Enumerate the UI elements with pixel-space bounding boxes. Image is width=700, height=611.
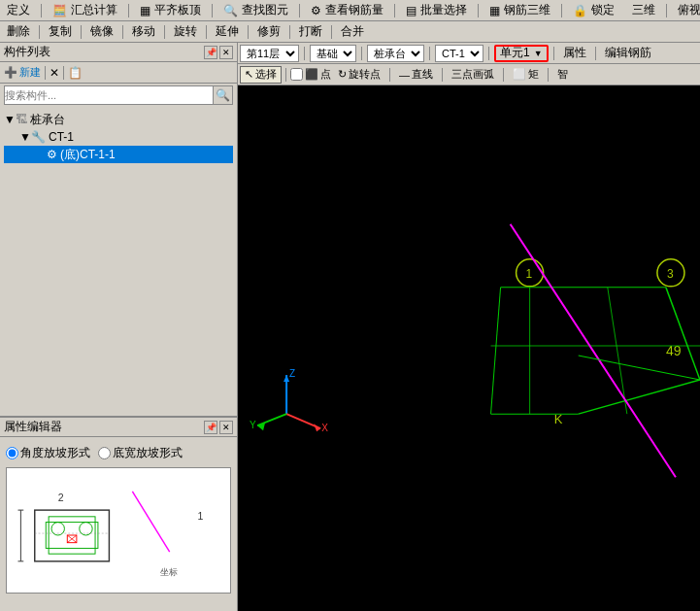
search-button[interactable]: 🔍 xyxy=(213,86,232,104)
radio-angle[interactable]: 角度放坡形式 xyxy=(6,445,90,461)
unit-dropdown-icon: ▼ xyxy=(534,49,543,58)
search-input[interactable] xyxy=(5,87,213,103)
edit-rebar-label: 编辑钢筋 xyxy=(605,45,651,61)
3d-canvas: 1 3 49 K xyxy=(238,85,700,611)
sep8 xyxy=(666,4,667,17)
layer-select[interactable]: 第11层 xyxy=(240,45,299,62)
toolbar-rebar3d[interactable]: ▦ 钢筋三维 xyxy=(486,1,553,19)
toolbar-calc[interactable]: 🧮 汇总计算 xyxy=(50,1,120,19)
arc-button[interactable]: 三点画弧 xyxy=(447,66,499,84)
new-button[interactable]: ➕ 新建 xyxy=(4,65,41,80)
line-label: 直线 xyxy=(412,67,433,82)
svg-text:2: 2 xyxy=(58,492,64,503)
radio-bottom[interactable]: 底宽放坡形式 xyxy=(98,445,183,461)
svg-text:49: 49 xyxy=(666,343,682,358)
second-toolbar: 删除 复制 镜像 移动 旋转 延伸 修剪 打断 合并 xyxy=(0,21,700,43)
batch-label: 批量选择 xyxy=(420,2,467,18)
pin-button[interactable]: 📌 xyxy=(204,46,217,59)
tree-root-icon: 🏗 xyxy=(16,113,27,126)
tree-root-label: 桩承台 xyxy=(30,112,65,128)
tree-root[interactable]: ▼ 🏗 桩承台 xyxy=(4,111,233,128)
find-label: 查找图元 xyxy=(242,2,288,18)
toolbar-define[interactable]: 定义 xyxy=(4,1,33,19)
toolbar-trim[interactable]: 修剪 xyxy=(254,22,283,41)
delete-comp-button[interactable]: ✕ xyxy=(50,66,59,80)
preview-svg: 2 1 xyxy=(7,468,230,585)
close-panel-button[interactable]: ✕ xyxy=(219,46,233,59)
break-label: 打断 xyxy=(299,23,322,40)
arc-label: 三点画弧 xyxy=(451,67,494,82)
rebar3d-label: 钢筋三维 xyxy=(504,2,550,18)
lock-label: 锁定 xyxy=(591,2,615,18)
comp-list-toolbar: ➕ 新建 ✕ 📋 xyxy=(0,62,237,84)
delete-label: 删除 xyxy=(7,23,30,40)
toolbar-batch[interactable]: ▤ 批量选择 xyxy=(403,1,470,19)
expand-icon2: ▼ xyxy=(19,130,31,144)
comp-tree: ▼ 🏗 桩承台 ▼ 🔧 CT-1 ⚙ (底)CT-1-1 xyxy=(0,107,237,167)
svg-text:3: 3 xyxy=(667,267,674,281)
line-button[interactable]: — 直线 xyxy=(394,66,438,84)
tree-child1-icon: 🔧 xyxy=(31,130,46,144)
base-select[interactable]: 基础 xyxy=(310,45,356,62)
top-toolbar: 定义 🧮 汇总计算 ▦ 平齐板顶 🔍 查找图元 ⚙ 查看钢筋量 ▤ 批量选择 ▦… xyxy=(0,0,700,21)
tree-child1[interactable]: ▼ 🔧 CT-1 xyxy=(4,128,233,146)
svg-text:X: X xyxy=(321,423,328,433)
toolbar-rotate[interactable]: 旋转 xyxy=(171,22,200,41)
rotate-point-label: 旋转点 xyxy=(349,67,381,82)
pilecap-select[interactable]: 桩承台 xyxy=(367,45,424,62)
toolbar-break[interactable]: 打断 xyxy=(296,22,325,41)
toolbar-delete[interactable]: 删除 xyxy=(4,22,33,41)
right-panel: 第11层 基础 桩承台 CT-1 单元1 ▼ 属性 xyxy=(238,43,700,611)
left-panel: 构件列表 📌 ✕ ➕ 新建 ✕ 📋 🔍 xyxy=(0,43,238,611)
copy-comp-button[interactable]: 📋 xyxy=(68,66,83,80)
comp-search-box: 🔍 xyxy=(4,85,233,105)
toolbar-extend[interactable]: 延伸 xyxy=(213,22,242,41)
unit-selector[interactable]: 单元1 ▼ xyxy=(494,45,549,62)
toolbar-view-rebar[interactable]: ⚙ 查看钢筋量 xyxy=(308,1,386,19)
point-checkbox[interactable] xyxy=(290,68,303,81)
3d-scene-svg: 1 3 49 K xyxy=(238,85,700,611)
sep3 xyxy=(212,4,213,17)
rect-icon: ⬜ xyxy=(513,68,526,81)
toolbar-3d[interactable]: 三维 xyxy=(629,1,658,19)
rotate-point-button[interactable]: ↻ 旋转点 xyxy=(333,66,385,84)
props-section: 属性编辑器 📌 ✕ 角度放坡形式 底宽放坡形式 xyxy=(0,417,237,611)
radio-bottom-input[interactable] xyxy=(98,447,111,459)
toolbar-move[interactable]: 移动 xyxy=(129,22,158,41)
point-select: ⬛ 点 xyxy=(290,67,331,82)
sep4 xyxy=(299,4,300,17)
3d-label: 三维 xyxy=(632,2,655,18)
svg-rect-0 xyxy=(7,468,230,585)
smart-label: 智 xyxy=(557,67,568,82)
svg-rect-17 xyxy=(238,220,700,478)
point-label: 点 xyxy=(320,67,331,82)
prop-button[interactable]: 属性 xyxy=(559,44,590,62)
comp-list-section: ➕ 新建 ✕ 📋 🔍 ▼ 🏗 桩承台 xyxy=(0,62,237,417)
toolbar-mirror[interactable]: 镜像 xyxy=(87,22,117,41)
props-controls: 📌 ✕ xyxy=(204,421,233,434)
radio-angle-input[interactable] xyxy=(6,447,18,459)
close-props-button[interactable]: ✕ xyxy=(219,421,233,434)
toolbar-lock[interactable]: 🔒 锁定 xyxy=(570,1,617,19)
view-rebar-label: 查看钢筋量 xyxy=(325,2,383,18)
ct-select[interactable]: CT-1 xyxy=(435,45,483,62)
toolbar-merge[interactable]: 合并 xyxy=(338,22,367,41)
svg-text:Z: Z xyxy=(289,368,295,379)
radio-angle-label: 角度放坡形式 xyxy=(20,445,90,461)
toolbar-find[interactable]: 🔍 查找图元 xyxy=(220,1,291,19)
smart-button[interactable]: 智 xyxy=(552,66,573,84)
tree-child2-icon: ⚙ xyxy=(47,148,57,161)
toolbar-align[interactable]: ▦ 平齐板顶 xyxy=(137,1,204,19)
main-layout: 构件列表 📌 ✕ ➕ 新建 ✕ 📋 🔍 xyxy=(0,43,700,611)
edit-rebar-button[interactable]: 编辑钢筋 xyxy=(601,44,655,62)
svg-text:坐标: 坐标 xyxy=(160,567,178,577)
select-button[interactable]: ↖ 选择 xyxy=(240,66,282,84)
sep5 xyxy=(394,4,395,17)
view-toolbar: 第11层 基础 桩承台 CT-1 单元1 ▼ 属性 xyxy=(238,43,700,64)
rect-button[interactable]: ⬜ 矩 xyxy=(508,66,544,84)
pin-props-button[interactable]: 📌 xyxy=(204,421,217,434)
rotate-label: 旋转 xyxy=(174,23,197,40)
tree-child2[interactable]: ⚙ (底)CT-1-1 xyxy=(4,146,233,163)
toolbar-copy[interactable]: 复制 xyxy=(46,22,75,41)
toolbar-topview[interactable]: 俯视 xyxy=(675,1,700,19)
